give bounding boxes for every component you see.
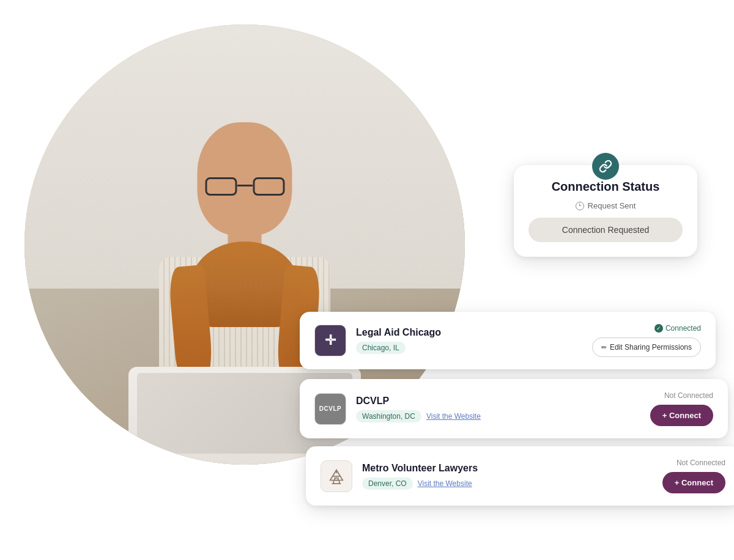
metro-connect-button[interactable]: + Connect: [662, 472, 725, 493]
metro-name: Metro Volunteer Lawyers: [362, 463, 653, 474]
legal-aid-actions: ✓ Connected ✏ Edit Sharing Permissions: [592, 324, 701, 357]
dcvlp-logo: DCVLP: [314, 393, 346, 425]
dcvlp-location: Washington, DC: [356, 410, 421, 422]
head-shape: [198, 122, 292, 235]
connection-requested-button[interactable]: Connection Requested: [528, 218, 683, 242]
legal-aid-tags: Chicago, IL: [356, 342, 582, 354]
org-item-legal-aid: ✛ Legal Aid Chicago Chicago, IL ✓ Connec…: [300, 312, 716, 369]
dcvlp-status: Not Connected: [664, 391, 713, 400]
svg-rect-0: [335, 477, 338, 480]
legal-aid-chicago-card: ✛ Legal Aid Chicago Chicago, IL ✓ Connec…: [300, 312, 716, 369]
glass-right: [253, 177, 284, 196]
org-item-metro: Metro Volunteer Lawyers Denver, CO Visit…: [306, 446, 734, 506]
connection-status-card: Connection Status Request Sent Connectio…: [514, 165, 697, 257]
legal-aid-location: Chicago, IL: [356, 342, 406, 354]
metro-website-link[interactable]: Visit the Website: [418, 479, 472, 488]
legal-aid-name: Legal Aid Chicago: [356, 327, 582, 338]
edit-sharing-permissions-button[interactable]: ✏ Edit Sharing Permissions: [592, 337, 701, 357]
pencil-icon: ✏: [601, 344, 607, 352]
glass-bridge: [237, 185, 253, 186]
legal-aid-status: ✓ Connected: [654, 324, 701, 333]
metro-actions: Not Connected + Connect: [662, 459, 725, 493]
metro-status: Not Connected: [677, 459, 725, 467]
dcvlp-name: DCVLP: [356, 396, 640, 407]
metro-card: Metro Volunteer Lawyers Denver, CO Visit…: [306, 446, 734, 506]
request-sent-label: Request Sent: [588, 201, 636, 210]
connection-icon-badge: [592, 153, 619, 180]
metro-logo: [321, 460, 352, 492]
face: [198, 122, 292, 235]
dcvlp-website-link[interactable]: Visit the Website: [426, 412, 481, 421]
request-sent-row: Request Sent: [528, 201, 683, 210]
dcvlp-tags: Washington, DC Visit the Website: [356, 410, 640, 422]
metro-location: Denver, CO: [362, 477, 413, 490]
dcvlp-connect-button[interactable]: + Connect: [650, 405, 713, 426]
clock-icon: [576, 202, 584, 210]
glass-left: [205, 177, 237, 196]
legal-aid-logo: ✛: [314, 325, 346, 356]
scene: Connection Status Request Sent Connectio…: [0, 0, 734, 560]
legal-aid-info: Legal Aid Chicago Chicago, IL: [356, 327, 582, 354]
connection-status-title: Connection Status: [528, 180, 683, 194]
metro-tags: Denver, CO Visit the Website: [362, 477, 653, 490]
check-icon: ✓: [654, 324, 663, 333]
dcvlp-actions: Not Connected + Connect: [650, 391, 713, 426]
dcvlp-card: DCVLP DCVLP Washington, DC Visit the Web…: [300, 379, 728, 438]
dcvlp-info: DCVLP Washington, DC Visit the Website: [356, 396, 640, 422]
glasses-shape: [202, 177, 287, 199]
hair-shape: [191, 241, 298, 327]
metro-info: Metro Volunteer Lawyers Denver, CO Visit…: [362, 463, 653, 490]
org-item-dcvlp: DCVLP DCVLP Washington, DC Visit the Web…: [300, 379, 728, 438]
